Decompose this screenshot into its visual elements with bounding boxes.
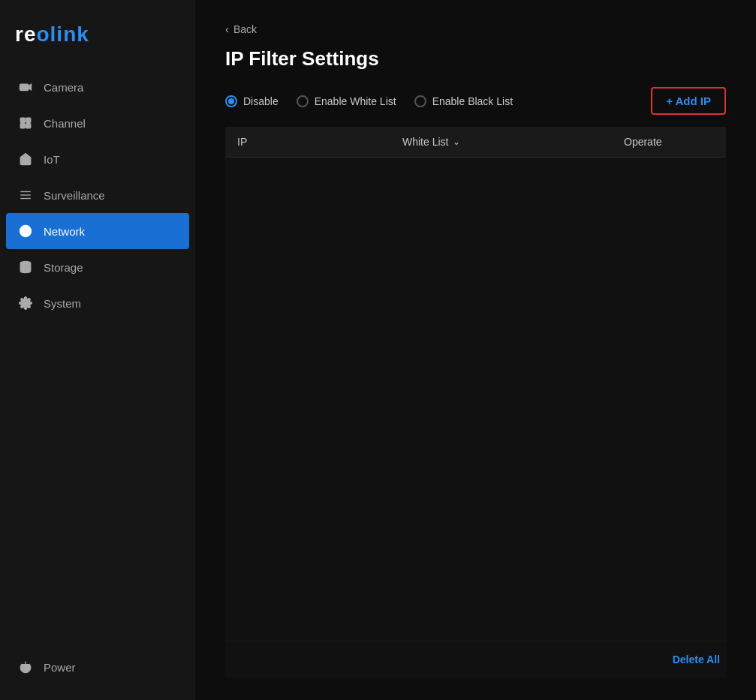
network-icon <box>18 224 33 239</box>
column-whitelist-label: White List <box>402 136 448 148</box>
logo-text: reolink <box>15 23 89 46</box>
sidebar-item-storage-label: Storage <box>44 261 83 274</box>
delete-all-button[interactable]: Delete All <box>673 653 720 665</box>
svg-rect-3 <box>20 124 25 128</box>
table-body <box>225 158 726 641</box>
page-title: IP Filter Settings <box>225 47 726 71</box>
sidebar-item-camera[interactable]: Camera <box>0 69 195 105</box>
storage-icon <box>18 260 33 275</box>
sidebar-item-network[interactable]: Network <box>6 213 189 249</box>
logo: reolink <box>0 15 195 69</box>
system-icon <box>18 296 33 311</box>
sidebar-item-iot-label: IoT <box>44 153 60 166</box>
sidebar-item-camera-label: Camera <box>44 81 83 94</box>
svg-rect-2 <box>26 118 31 122</box>
sidebar-item-power[interactable]: Power <box>0 649 195 685</box>
svg-rect-1 <box>20 118 25 122</box>
camera-icon <box>18 80 33 95</box>
filter-bar: Disable Enable White List Enable Black L… <box>225 87 726 115</box>
sidebar-item-storage[interactable]: Storage <box>0 249 195 285</box>
column-operate: Operate <box>624 136 714 148</box>
radio-whitelist[interactable]: Enable White List <box>297 95 396 107</box>
back-label: Back <box>233 23 257 35</box>
radio-blacklist-label: Enable Black List <box>432 95 513 107</box>
main-content: ‹ Back IP Filter Settings Disable Enable… <box>195 0 756 700</box>
svg-rect-0 <box>20 84 29 90</box>
radio-blacklist[interactable]: Enable Black List <box>414 95 513 107</box>
add-ip-label: + Add IP <box>666 95 711 107</box>
table-footer: Delete All <box>225 641 726 677</box>
radio-blacklist-circle <box>414 95 426 107</box>
radio-whitelist-label: Enable White List <box>315 95 396 107</box>
channel-icon <box>18 116 33 131</box>
radio-whitelist-circle <box>297 95 309 107</box>
chevron-down-icon: ⌄ <box>453 137 460 147</box>
power-label: Power <box>44 661 76 674</box>
radio-disable-circle <box>225 95 237 107</box>
radio-disable[interactable]: Disable <box>225 95 279 107</box>
sidebar: reolink Camera Channel <box>0 0 195 700</box>
column-whitelist[interactable]: White List ⌄ <box>402 136 624 148</box>
column-ip: IP <box>237 136 402 148</box>
iot-icon <box>18 152 33 167</box>
sidebar-item-channel[interactable]: Channel <box>0 105 195 141</box>
sidebar-item-iot[interactable]: IoT <box>0 141 195 177</box>
sidebar-item-surveillance[interactable]: Surveillance <box>0 177 195 213</box>
sidebar-item-surveillance-label: Surveillance <box>44 189 105 202</box>
sidebar-item-system-label: System <box>44 297 81 310</box>
add-ip-button[interactable]: + Add IP <box>651 87 726 115</box>
sidebar-item-network-label: Network <box>44 225 85 238</box>
sidebar-item-system[interactable]: System <box>0 285 195 321</box>
table-container: IP White List ⌄ Operate Delete All <box>225 127 726 677</box>
back-button[interactable]: ‹ Back <box>225 23 726 35</box>
back-arrow-icon: ‹ <box>225 23 229 35</box>
radio-disable-label: Disable <box>243 95 279 107</box>
surveillance-icon <box>18 188 33 203</box>
sidebar-item-channel-label: Channel <box>44 117 86 130</box>
power-icon <box>18 659 33 674</box>
table-header: IP White List ⌄ Operate <box>225 127 726 158</box>
radio-group: Disable Enable White List Enable Black L… <box>225 95 651 107</box>
svg-rect-4 <box>26 124 31 128</box>
